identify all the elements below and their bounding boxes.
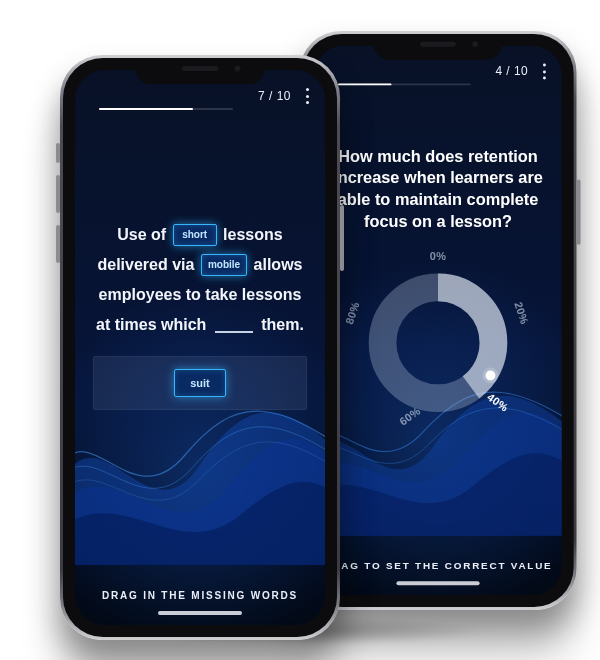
volume-up-button — [56, 175, 60, 213]
kebab-menu-icon[interactable] — [538, 64, 550, 80]
home-indicator[interactable] — [158, 611, 242, 615]
kebab-menu-icon[interactable] — [301, 88, 313, 104]
screen-right: 4 / 10 How much does retention increase … — [314, 46, 562, 595]
notch — [374, 34, 503, 60]
mute-switch — [56, 143, 60, 163]
blank-slot[interactable] — [215, 331, 253, 333]
footer-instruction: DRAG TO SET THE CORRECT VALUE — [314, 561, 562, 572]
notch — [135, 58, 265, 84]
value-dial[interactable]: 0% 20% 40% 60% 80% — [349, 254, 527, 432]
sentence-suffix: them. — [261, 316, 304, 333]
dial-tick-0: 0% — [430, 250, 446, 262]
progress-track — [338, 83, 471, 85]
word-chip-suit[interactable]: suit — [174, 369, 226, 397]
phone-left: 7 / 10 Use of short lessons delivered vi… — [60, 55, 340, 640]
progress-counter: 7 / 10 — [258, 89, 291, 103]
phone-right: 4 / 10 How much does retention increase … — [299, 31, 576, 610]
sentence-prefix: Use of — [117, 226, 170, 243]
word-tray[interactable]: suit — [93, 356, 307, 410]
footer-instruction: DRAG IN THE MISSING WORDS — [75, 590, 325, 601]
word-chip-short[interactable]: short — [173, 224, 217, 246]
volume-down-button — [56, 225, 60, 263]
progress-track — [99, 108, 233, 110]
power-button — [577, 179, 581, 244]
word-chip-mobile[interactable]: mobile — [201, 254, 247, 276]
progress-counter: 4 / 10 — [495, 65, 528, 79]
screen-left: 7 / 10 Use of short lessons delivered vi… — [75, 70, 325, 625]
home-indicator[interactable] — [396, 581, 479, 585]
question-text: How much does retention increase when le… — [332, 145, 544, 232]
power-button — [340, 205, 344, 271]
fill-sentence: Use of short lessons delivered via mobil… — [96, 226, 304, 333]
dial-handle[interactable] — [486, 370, 496, 380]
